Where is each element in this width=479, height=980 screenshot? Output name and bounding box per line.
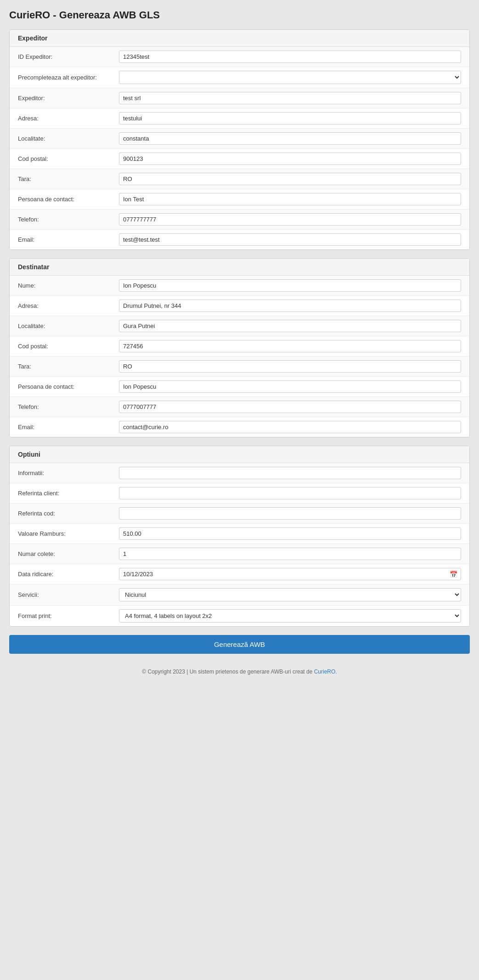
footer-text-after: . <box>335 668 337 675</box>
expeditor-cod-postal-row: Cod postal: <box>10 149 469 169</box>
data-ridicare-input[interactable] <box>119 568 461 580</box>
expeditor-persoana-label: Persoana de contact: <box>18 196 119 203</box>
informatii-input[interactable] <box>119 467 461 479</box>
valoare-ramburs-row: Valoare Ramburs: <box>10 524 469 544</box>
generate-awb-button[interactable]: Generează AWB <box>9 635 470 654</box>
destinatar-cod-postal-input[interactable] <box>119 340 461 352</box>
format-print-row: Format print: A4 format, 4 labels on lay… <box>10 606 469 626</box>
expeditor-tara-input[interactable] <box>119 173 461 185</box>
destinatar-header: Destinatar <box>10 259 469 276</box>
destinatar-cod-postal-label: Cod postal: <box>18 343 119 350</box>
expeditor-localitate-label: Localitate: <box>18 135 119 142</box>
expeditor-email-row: Email: <box>10 230 469 249</box>
destinatar-adresa-input[interactable] <box>119 300 461 312</box>
referinta-cod-label: Referinta cod: <box>18 510 119 517</box>
expeditor-cod-postal-label: Cod postal: <box>18 155 119 162</box>
footer: © Copyright 2023 | Un sistem prietenos d… <box>9 662 470 677</box>
precompleteaza-label: Precompleteaza alt expeditor: <box>18 74 119 81</box>
destinatar-persoana-input[interactable] <box>119 380 461 393</box>
expeditor-tara-label: Tara: <box>18 176 119 182</box>
data-ridicare-wrap: 📅 <box>119 568 461 580</box>
destinatar-email-row: Email: <box>10 417 469 437</box>
referinta-cod-input[interactable] <box>119 507 461 520</box>
numar-colete-input[interactable] <box>119 548 461 560</box>
precompleteaza-row: Precompleteaza alt expeditor: <box>10 67 469 88</box>
expeditor-localitate-row: Localitate: <box>10 129 469 149</box>
id-expeditor-label: ID Expeditor: <box>18 53 119 60</box>
expeditor-email-label: Email: <box>18 236 119 243</box>
destinatar-card: Destinatar Nume: Adresa: Localitate: Cod… <box>9 258 470 437</box>
destinatar-tara-row: Tara: <box>10 357 469 377</box>
expeditor-name-row: Expeditor: <box>10 88 469 108</box>
servicii-row: Servicii: Niciunul <box>10 584 469 606</box>
optiuni-card: Optiuni Informatii: Referinta client: Re… <box>9 446 470 627</box>
expeditor-adresa-row: Adresa: <box>10 108 469 129</box>
numar-colete-label: Numar colete: <box>18 550 119 557</box>
expeditor-header: Expeditor <box>10 30 469 47</box>
expeditor-telefon-input[interactable] <box>119 213 461 226</box>
destinatar-telefon-label: Telefon: <box>18 403 119 410</box>
id-expeditor-input[interactable] <box>119 51 461 63</box>
destinatar-telefon-input[interactable] <box>119 401 461 413</box>
referinta-client-label: Referinta client: <box>18 490 119 497</box>
servicii-label: Servicii: <box>18 591 119 598</box>
expeditor-telefon-row: Telefon: <box>10 210 469 230</box>
destinatar-nume-label: Nume: <box>18 282 119 289</box>
referinta-cod-row: Referinta cod: <box>10 504 469 524</box>
id-expeditor-row: ID Expeditor: <box>10 47 469 67</box>
destinatar-email-label: Email: <box>18 424 119 431</box>
optiuni-header: Optiuni <box>10 446 469 463</box>
informatii-label: Informatii: <box>18 470 119 476</box>
format-print-select[interactable]: A4 format, 4 labels on layout 2x2 <box>119 609 461 623</box>
destinatar-adresa-row: Adresa: <box>10 296 469 316</box>
destinatar-nume-input[interactable] <box>119 279 461 292</box>
valoare-ramburs-input[interactable] <box>119 527 461 540</box>
data-ridicare-label: Data ridicare: <box>18 571 119 578</box>
valoare-ramburs-label: Valoare Ramburs: <box>18 530 119 537</box>
data-ridicare-row: Data ridicare: 📅 <box>10 564 469 584</box>
destinatar-tara-label: Tara: <box>18 363 119 370</box>
expeditor-telefon-label: Telefon: <box>18 216 119 223</box>
expeditor-name-input[interactable] <box>119 92 461 104</box>
destinatar-adresa-label: Adresa: <box>18 302 119 309</box>
expeditor-tara-row: Tara: <box>10 169 469 189</box>
destinatar-tara-input[interactable] <box>119 360 461 373</box>
servicii-select[interactable]: Niciunul <box>119 588 461 601</box>
expeditor-adresa-input[interactable] <box>119 112 461 125</box>
expeditor-email-input[interactable] <box>119 233 461 246</box>
expeditor-localitate-input[interactable] <box>119 132 461 145</box>
numar-colete-row: Numar colete: <box>10 544 469 564</box>
expeditor-adresa-label: Adresa: <box>18 115 119 122</box>
expeditor-persoana-input[interactable] <box>119 193 461 205</box>
destinatar-nume-row: Nume: <box>10 276 469 296</box>
precompleteaza-select[interactable] <box>119 71 461 84</box>
destinatar-localitate-input[interactable] <box>119 320 461 332</box>
destinatar-cod-postal-row: Cod postal: <box>10 336 469 357</box>
destinatar-localitate-row: Localitate: <box>10 316 469 336</box>
referinta-client-row: Referinta client: <box>10 483 469 504</box>
footer-link[interactable]: CurieRO <box>314 668 336 675</box>
destinatar-persoana-row: Persoana de contact: <box>10 377 469 397</box>
format-print-label: Format print: <box>18 612 119 619</box>
destinatar-telefon-row: Telefon: <box>10 397 469 417</box>
destinatar-persoana-label: Persoana de contact: <box>18 383 119 390</box>
destinatar-localitate-label: Localitate: <box>18 323 119 329</box>
referinta-client-input[interactable] <box>119 487 461 499</box>
expeditor-card: Expeditor ID Expeditor: Precompleteaza a… <box>9 29 470 250</box>
informatii-row: Informatii: <box>10 463 469 483</box>
page-title: CurieRO - Genereaza AWB GLS <box>9 9 470 21</box>
expeditor-name-label: Expeditor: <box>18 95 119 102</box>
expeditor-persoana-row: Persoana de contact: <box>10 189 469 210</box>
destinatar-email-input[interactable] <box>119 421 461 433</box>
expeditor-cod-postal-input[interactable] <box>119 153 461 165</box>
footer-text-before: © Copyright 2023 | Un sistem prietenos d… <box>142 668 314 675</box>
